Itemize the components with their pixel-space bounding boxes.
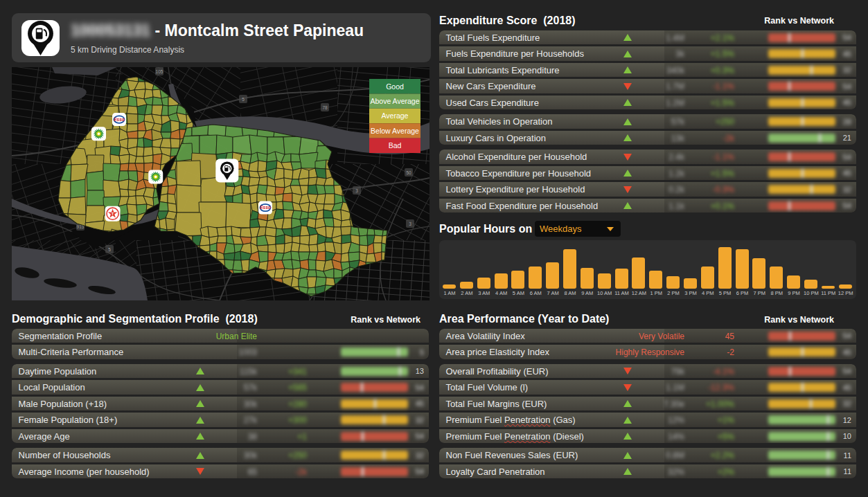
svg-text:T: T <box>112 212 114 216</box>
svg-text:Good: Good <box>386 82 404 91</box>
svg-text:78: 78 <box>322 105 328 110</box>
svg-text:5: 5 <box>242 97 245 102</box>
svg-text:Average: Average <box>382 111 409 120</box>
svg-text:Above Average: Above Average <box>370 97 419 105</box>
svg-text:Esso: Esso <box>114 117 125 122</box>
svg-text:3: 3 <box>409 222 411 226</box>
svg-text:3: 3 <box>355 188 358 193</box>
svg-text:Esso: Esso <box>260 205 271 210</box>
svg-text:Below Average: Below Average <box>371 127 419 135</box>
svg-text:50: 50 <box>406 170 411 175</box>
svg-text:Bad: Bad <box>389 141 402 150</box>
svg-text:105: 105 <box>156 69 163 74</box>
svg-text:5: 5 <box>108 247 111 252</box>
